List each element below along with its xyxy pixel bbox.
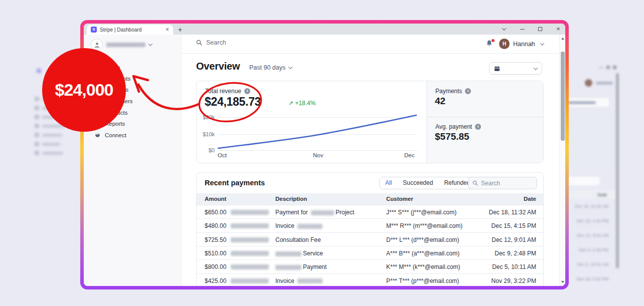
tab-title: Stripe | Dashboard (100, 27, 165, 33)
payment-customer: D*** L*** (d***@email.com) (386, 236, 459, 243)
payment-date: Dec 18, 11:32 AM (489, 209, 537, 216)
user-menu[interactable]: H Hannah (499, 39, 544, 49)
page-title: Overview (196, 61, 240, 72)
payment-description: Payment (275, 263, 327, 270)
window-controls: × (501, 24, 561, 35)
info-icon[interactable]: i (465, 88, 471, 94)
overview-side-cards: Payments i 42 Avg. payment i $575.85 (426, 81, 544, 163)
user-name: Hannah (513, 41, 535, 48)
col-description: Description (275, 196, 307, 202)
y-tick-10k: $10k (197, 131, 215, 137)
card-divider (427, 117, 544, 117)
period-label: Past 90 days (249, 64, 285, 71)
redacted-payment-id (231, 237, 269, 242)
date-range-button[interactable] (489, 62, 542, 75)
bg-scrollbar (616, 73, 619, 268)
user-avatar: H (499, 39, 510, 49)
scroll-up-arrow-icon[interactable] (561, 38, 564, 40)
new-tab-button[interactable]: + (178, 25, 182, 34)
payment-filters: All Succeeded Refunded (379, 177, 476, 189)
search-icon (196, 40, 202, 46)
payment-description: Invoice (275, 222, 324, 229)
x-tick-nov: Nov (313, 152, 323, 158)
avg-payment-value: $575.85 (435, 131, 469, 142)
payments-count: 42 (435, 96, 445, 107)
table-row[interactable]: $510.00 Service A*** B*** (a***@email.co… (197, 246, 544, 259)
payment-customer: M*** R*** (m***@email.com) (386, 222, 462, 229)
filter-all[interactable]: All (380, 177, 397, 189)
account-menu[interactable] (91, 38, 152, 52)
col-customer: Customer (386, 196, 413, 202)
redacted-text (311, 210, 334, 215)
trend-up-icon: ↗ (288, 100, 293, 107)
table-row[interactable]: $480.00 Invoice M*** R*** (m***@email.co… (197, 218, 544, 232)
user-chevron-down-icon (540, 41, 544, 45)
y-tick-0: $0 (197, 147, 215, 153)
calendar-icon (494, 66, 500, 72)
recent-payments-title: Recent payments (205, 179, 265, 187)
browser-tab-stripe-dashboard[interactable]: S Stripe | Dashboard × (87, 25, 173, 35)
col-date: Date (524, 196, 536, 202)
scrollbar[interactable] (559, 35, 565, 286)
period-selector[interactable]: Past 90 days (249, 64, 292, 71)
background-screenshot-right: Date Dec 18, 11:32 AM Dec 15, 4:15 PM De… (571, 59, 644, 274)
gradient-frame: S Stripe | Dashboard × + × (80, 20, 569, 289)
redacted-text (275, 265, 301, 270)
payments-search-input[interactable] (481, 180, 531, 187)
redacted-payment-id (231, 278, 269, 283)
payment-date: Dec 9, 2:48 PM (495, 250, 536, 257)
topbar: H Hannah (182, 35, 559, 54)
scroll-down-arrow-icon[interactable] (561, 281, 564, 283)
tab-search-chevron-icon[interactable] (501, 26, 507, 32)
global-search[interactable] (196, 39, 306, 46)
payment-amount: $725.50 (205, 236, 226, 243)
col-amount: Amount (205, 196, 226, 202)
total-revenue-change: ↗ +18.4% (288, 100, 315, 107)
table-row[interactable]: $425.00 Invoice P*** T*** (p***@email.co… (197, 273, 544, 286)
scrollbar-thumb[interactable] (561, 52, 565, 141)
payment-amount: $425.00 (205, 277, 226, 284)
total-revenue-value: $24,185.73 (205, 95, 261, 109)
redacted-text (297, 224, 323, 229)
payment-date: Dec 12, 9:01 AM (492, 236, 536, 243)
date-range-chevron-down-icon (534, 66, 538, 70)
avg-payment-label-row: Avg. payment i (435, 123, 481, 130)
annotation-badge: $24,000 (42, 48, 126, 132)
notification-dot (492, 39, 495, 42)
table-row[interactable]: $800.00 Payment K*** M*** (k***@email.co… (197, 259, 544, 273)
redacted-payment-id (231, 223, 269, 228)
close-button[interactable]: × (555, 26, 561, 32)
info-icon[interactable]: i (475, 124, 481, 130)
account-name-redacted (106, 43, 145, 47)
filter-succeeded[interactable]: Succeeded (397, 177, 438, 189)
notifications-button[interactable] (486, 40, 495, 49)
payment-description: Payment for Project (275, 209, 354, 216)
payment-description: Service (275, 250, 323, 257)
recent-payments-panel: Recent payments All Succeeded Refunded A… (196, 172, 544, 286)
payment-description: Invoice (275, 277, 324, 284)
x-tick-dec: Dec (404, 152, 414, 158)
y-tick-20k: $20k (197, 114, 215, 120)
restore-button[interactable] (537, 26, 543, 32)
description-text: Invoice (275, 277, 296, 284)
description-text: Payment for (275, 209, 309, 216)
payment-date: Dec 5, 10:11 AM (492, 263, 536, 270)
payments-search[interactable] (468, 177, 537, 189)
overview-panel: Total revenue i $24,185.73 ↗ +18.4% $20k (196, 81, 544, 163)
payment-date: Dec 15, 4:15 PM (492, 222, 536, 229)
bg-avatar (585, 79, 592, 87)
redacted-text (297, 278, 323, 283)
global-search-input[interactable] (206, 39, 306, 46)
sidebar-item-connect[interactable]: Connect (84, 130, 182, 141)
x-tick-oct: Oct (218, 152, 227, 158)
payment-customer: A*** B*** (a***@email.com) (386, 250, 459, 257)
main-content: H Hannah Overview Past 90 days (182, 35, 559, 286)
minimize-button[interactable] (519, 26, 525, 32)
table-row[interactable]: $725.50 Consultation Fee D*** L*** (d***… (197, 232, 544, 246)
payment-amount: $800.00 (205, 263, 226, 270)
tab-close-icon[interactable]: × (165, 27, 170, 33)
table-row[interactable]: $650.00 Payment for Project J*** S*** (j… (197, 205, 544, 218)
payments-label: Payments (435, 88, 462, 95)
payment-date: Nov 29, 3:22 PM (492, 277, 536, 284)
info-icon[interactable]: i (244, 88, 250, 94)
